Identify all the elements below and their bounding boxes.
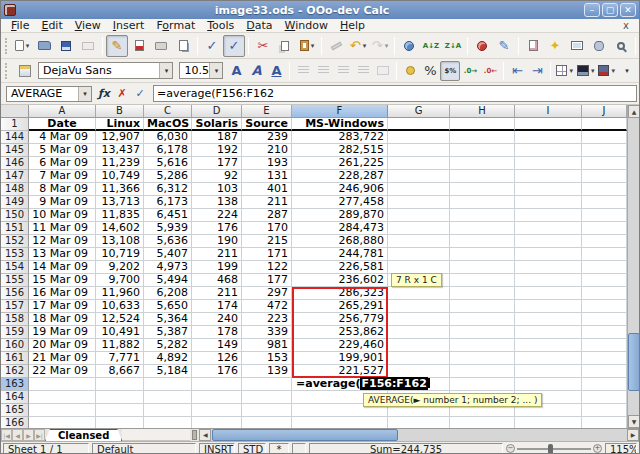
tab-splitter-handle[interactable] — [192, 430, 197, 440]
zoom-slider[interactable] — [517, 448, 591, 450]
cell-H158[interactable] — [450, 313, 515, 326]
new-document-icon[interactable]: ▾ — [11, 35, 33, 57]
cell-G161[interactable] — [388, 352, 450, 365]
cell-J152[interactable] — [582, 235, 627, 248]
cell-C158[interactable]: 5,364 — [144, 313, 192, 326]
cell-B144[interactable]: 12,907 — [96, 131, 144, 144]
bold-icon[interactable]: A — [226, 61, 246, 81]
cell-H162[interactable] — [450, 365, 515, 378]
cell-A1[interactable]: Date — [29, 118, 96, 131]
cell-B164[interactable] — [96, 391, 144, 404]
cell-I1[interactable] — [515, 118, 582, 131]
chevron-down-icon[interactable]: ▾ — [159, 63, 172, 78]
cell-A157[interactable]: 17 Mar 09 — [29, 300, 96, 313]
cell-B151[interactable]: 14,602 — [96, 222, 144, 235]
cell-C151[interactable]: 5,939 — [144, 222, 192, 235]
menu-window[interactable]: Window — [279, 19, 334, 33]
cell-H149[interactable] — [450, 196, 515, 209]
italic-icon[interactable]: A — [246, 61, 266, 81]
row-header-149[interactable]: 149 — [1, 196, 29, 209]
cell-C147[interactable]: 5,286 — [144, 170, 192, 183]
cell-J149[interactable] — [582, 196, 627, 209]
borders-dropdown-icon[interactable]: ▾ — [569, 67, 573, 75]
cell-J161[interactable] — [582, 352, 627, 365]
column-header-H[interactable]: H — [450, 105, 515, 118]
cell-I162[interactable] — [515, 365, 582, 378]
cell-I150[interactable] — [515, 209, 582, 222]
cell-I148[interactable] — [515, 183, 582, 196]
cell-D159[interactable]: 178 — [192, 326, 242, 339]
cell-I157[interactable] — [515, 300, 582, 313]
cell-B166[interactable] — [96, 417, 144, 428]
cell-E165[interactable] — [242, 404, 292, 417]
sheet-indicator[interactable]: Sheet 1 / 1 — [3, 443, 89, 454]
cell-E147[interactable]: 131 — [242, 170, 292, 183]
font-name-select[interactable]: DejaVu Sans ▾ — [38, 62, 174, 79]
scroll-left-icon[interactable]: ◀ — [199, 429, 211, 441]
cell-D148[interactable]: 103 — [192, 183, 242, 196]
titlebar[interactable]: image33.ods - OOo-dev Calc –▢✕ — [1, 1, 639, 19]
cell-I159[interactable] — [515, 326, 582, 339]
cell-G153[interactable] — [388, 248, 450, 261]
cell-B162[interactable]: 8,667 — [96, 365, 144, 378]
menu-help[interactable]: Help — [334, 19, 371, 33]
cut-icon[interactable]: ✂ — [252, 35, 274, 57]
cell-J155[interactable] — [582, 274, 627, 287]
cell-J146[interactable] — [582, 157, 627, 170]
cell-B157[interactable]: 10,633 — [96, 300, 144, 313]
cell-G156[interactable] — [388, 287, 450, 300]
cell-C153[interactable]: 5,407 — [144, 248, 192, 261]
number-currency-icon[interactable] — [400, 61, 420, 81]
cell-C162[interactable]: 5,184 — [144, 365, 192, 378]
cell-F149[interactable]: 277,458 — [292, 196, 388, 209]
column-header-A[interactable]: A — [29, 105, 96, 118]
hyperlink-icon[interactable] — [398, 35, 420, 57]
cell-A161[interactable]: 21 Mar 09 — [29, 352, 96, 365]
cell-D161[interactable]: 126 — [192, 352, 242, 365]
cell-H157[interactable] — [450, 300, 515, 313]
toolbar-grip[interactable] — [5, 63, 11, 79]
formula-input[interactable]: =average(F156:F162 — [153, 85, 637, 102]
cell-B145[interactable]: 13,437 — [96, 144, 144, 157]
cell-E156[interactable]: 297 — [242, 287, 292, 300]
maximize-icon[interactable]: ▢ — [602, 3, 618, 17]
page-preview-icon[interactable] — [172, 35, 194, 57]
cell-D158[interactable]: 240 — [192, 313, 242, 326]
row-header-161[interactable]: 161 — [1, 352, 29, 365]
row-header-158[interactable]: 158 — [1, 313, 29, 326]
cell-F1[interactable]: MS-Windows — [292, 118, 388, 131]
cell-G149[interactable] — [388, 196, 450, 209]
cell-J148[interactable] — [582, 183, 627, 196]
row-header-154[interactable]: 154 — [1, 261, 29, 274]
cell-H161[interactable] — [450, 352, 515, 365]
cell-D151[interactable]: 176 — [192, 222, 242, 235]
cell-B1[interactable]: Linux — [96, 118, 144, 131]
cell-J144[interactable] — [582, 131, 627, 144]
last-sheet-icon[interactable]: ▶| — [34, 429, 45, 441]
row-header-159[interactable]: 159 — [1, 326, 29, 339]
cell-J147[interactable] — [582, 170, 627, 183]
number-percent-icon[interactable]: % — [420, 61, 440, 81]
cell-D164[interactable] — [192, 391, 242, 404]
cell-D156[interactable]: 211 — [192, 287, 242, 300]
cell-J151[interactable] — [582, 222, 627, 235]
cell-A145[interactable]: 5 Mar 09 — [29, 144, 96, 157]
column-header-F[interactable]: F — [292, 105, 388, 118]
cell-C146[interactable]: 5,616 — [144, 157, 192, 170]
cell-F161[interactable]: 199,901 — [292, 352, 388, 365]
sort-descending-icon[interactable]: Z↓A — [442, 35, 464, 57]
cancel-icon[interactable]: ✗ — [113, 85, 131, 103]
cell-H146[interactable] — [450, 157, 515, 170]
cell-E145[interactable]: 210 — [242, 144, 292, 157]
cell-A155[interactable]: 15 Mar 09 — [29, 274, 96, 287]
cell-E162[interactable]: 139 — [242, 365, 292, 378]
cell-H147[interactable] — [450, 170, 515, 183]
cell-F155[interactable]: 236,602 — [292, 274, 388, 287]
gallery-icon[interactable] — [566, 35, 588, 57]
paste-dropdown-icon[interactable]: ▾ — [311, 42, 315, 50]
vertical-scrollbar-thumb[interactable] — [628, 333, 639, 391]
export-as-pdf-icon[interactable] — [128, 35, 150, 57]
cell-C144[interactable]: 6,030 — [144, 131, 192, 144]
accept-icon[interactable]: ✓ — [131, 85, 149, 103]
font-size-select[interactable]: 10.5 ▾ — [179, 62, 223, 79]
